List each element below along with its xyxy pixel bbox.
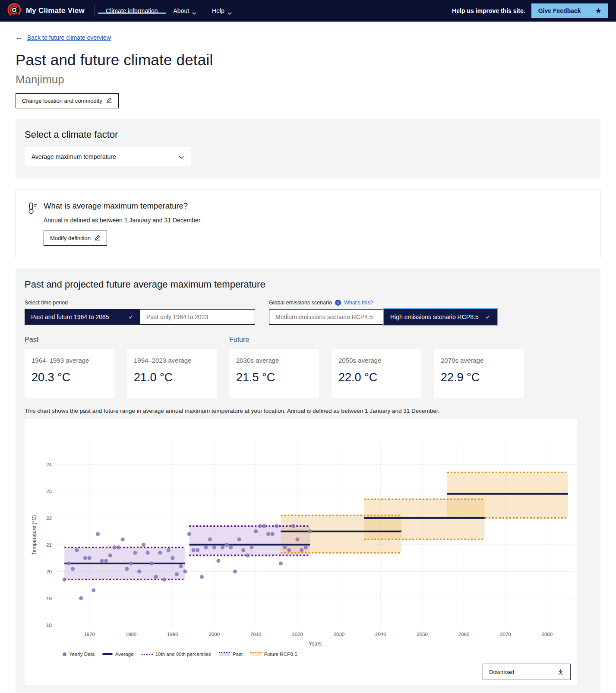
- scatter-dot-icon: [63, 652, 66, 656]
- future-group-label: Future: [229, 336, 249, 344]
- stat-value: 20.3 °C: [32, 371, 107, 384]
- legend-future-rcp85[interactable]: Future RCP8.5: [250, 652, 297, 657]
- svg-text:2010: 2010: [250, 632, 262, 637]
- stat-value: 21.5 °C: [236, 371, 312, 384]
- emissions-group: Global emissions scenario i What's this?…: [269, 300, 497, 325]
- whats-this-link[interactable]: What's this?: [344, 300, 373, 306]
- modify-definition-button[interactable]: Modify definition: [44, 231, 107, 246]
- svg-text:2070: 2070: [500, 632, 511, 637]
- legend-label: Past: [233, 652, 243, 657]
- stat-label: 2050s average: [338, 357, 414, 364]
- svg-text:1970: 1970: [84, 632, 95, 637]
- checkmark-icon: ✓: [486, 314, 490, 320]
- nav-item-help[interactable]: Help: [204, 7, 240, 14]
- app-logo-icon: [7, 3, 22, 19]
- chart-legend: Yearly Data Average 10th and 90th percen…: [63, 652, 577, 657]
- svg-text:22: 22: [46, 516, 52, 521]
- stat-group-labels: Past Future: [25, 336, 591, 345]
- thermometer-icon: [26, 201, 38, 246]
- emissions-option-high-rcp85[interactable]: High emissions scenario RCP8.5 ✓: [384, 309, 497, 325]
- option-label: Past only 1964 to 2023: [146, 313, 208, 320]
- feedback-label: Give Feedback: [538, 7, 581, 14]
- checkmark-icon: ✓: [129, 314, 133, 320]
- page: ← Back to future climate overview Past a…: [0, 34, 616, 693]
- back-link[interactable]: Back to future climate overview: [27, 34, 111, 41]
- top-nav: My Climate View Climate information Abou…: [0, 0, 616, 22]
- time-period-option-past-only[interactable]: Past only 1964 to 2023: [140, 309, 255, 325]
- nav-item-climate-information[interactable]: Climate information: [98, 7, 166, 14]
- stat-card-1964-1993: 1964–1993 average 20.3 °C: [25, 349, 114, 398]
- stat-cards: 1964–1993 average 20.3 °C 1994–2023 aver…: [25, 349, 591, 398]
- time-period-label: Select time period: [25, 300, 255, 306]
- location-name: Manjimup: [16, 73, 600, 86]
- svg-text:24: 24: [46, 462, 52, 467]
- legend-average[interactable]: Average: [102, 652, 134, 657]
- nav-item-label: Help: [212, 7, 224, 14]
- give-feedback-button[interactable]: Give Feedback ★: [531, 3, 608, 18]
- time-period-option-past-and-future[interactable]: Past and future 1964 to 2085 ✓: [25, 309, 140, 325]
- stat-label: 2030s average: [236, 357, 312, 364]
- emissions-option-medium-rcp45[interactable]: Medium emissions scenario RCP4.5: [269, 309, 384, 325]
- svg-text:21: 21: [46, 542, 52, 547]
- edit-pencil-icon: [106, 97, 112, 104]
- factor-heading: Select a climate factor: [25, 129, 591, 140]
- stat-label: 1964–1993 average: [32, 357, 107, 364]
- nav-item-about[interactable]: About: [166, 7, 205, 14]
- download-icon: [557, 668, 564, 676]
- download-button[interactable]: Download: [483, 664, 571, 680]
- climate-factor-section: Select a climate factor Average maximum …: [16, 119, 600, 178]
- stat-value: 22.0 °C: [338, 371, 414, 384]
- option-label: High emissions scenario RCP8.5: [390, 313, 479, 320]
- svg-text:2020: 2020: [292, 632, 303, 637]
- option-label: Medium emissions scenario RCP4.5: [275, 313, 373, 320]
- page-title: Past and future climate detail: [16, 51, 600, 69]
- info-icon[interactable]: i: [335, 300, 341, 306]
- chart-caption: This chart shows the past and future ran…: [25, 408, 591, 414]
- stat-value: 21.0 °C: [134, 371, 210, 384]
- emissions-label: Global emissions scenario: [269, 300, 332, 306]
- breadcrumb: ← Back to future climate overview: [16, 34, 600, 41]
- svg-text:20: 20: [46, 569, 52, 574]
- time-period-toggle: Past and future 1964 to 2085 ✓ Past only…: [25, 309, 255, 325]
- chevron-down-icon: [192, 9, 196, 13]
- climate-chart[interactable]: 1819202122232419701980199020002010202020…: [25, 420, 577, 649]
- svg-text:2030: 2030: [334, 632, 345, 637]
- legend-percentiles[interactable]: 10th and 90th percentiles: [142, 652, 211, 657]
- definition-panel: What is average maximum temperature? Ann…: [16, 190, 600, 258]
- svg-text:2040: 2040: [375, 632, 386, 637]
- definition-body: Annual is defined as between 1 January a…: [44, 217, 202, 224]
- brand[interactable]: My Climate View: [7, 3, 94, 19]
- legend-past[interactable]: Past: [219, 652, 243, 657]
- main-nav: Climate information About Help: [98, 7, 240, 14]
- time-period-group: Select time period Past and future 1964 …: [25, 300, 255, 325]
- emissions-toggle: Medium emissions scenario RCP4.5 High em…: [269, 309, 497, 325]
- stat-value: 22.9 °C: [441, 371, 517, 384]
- legend-yearly-data[interactable]: Yearly Data: [63, 652, 95, 657]
- download-label: Download: [489, 669, 514, 675]
- past-group-label: Past: [25, 336, 38, 343]
- help-improve-text: Help us improve this site.: [452, 7, 525, 14]
- stat-card-2030s: 2030s average 21.5 °C: [229, 349, 319, 398]
- svg-text:19: 19: [46, 596, 52, 601]
- chevron-down-icon: [227, 9, 232, 13]
- stat-card-1994-2023: 1994–2023 average 21.0 °C: [127, 349, 217, 398]
- definition-heading: What is average maximum temperature?: [44, 201, 202, 211]
- star-icon: ★: [596, 7, 601, 15]
- svg-text:2060: 2060: [458, 632, 470, 637]
- stat-card-2050s: 2050s average 22.0 °C: [332, 349, 421, 398]
- past-band-icon: [219, 652, 230, 656]
- section-heading: Past and projected future average maximu…: [25, 279, 591, 290]
- stat-label: 1994–2023 average: [134, 357, 210, 364]
- change-location-button[interactable]: Change location and commodity: [16, 93, 119, 108]
- dotted-line-icon: [142, 654, 153, 655]
- legend-label: 10th and 90th percentiles: [155, 652, 211, 657]
- climate-factor-select[interactable]: Average maximum temperature: [25, 147, 191, 166]
- svg-text:23: 23: [46, 489, 52, 494]
- average-line-icon: [102, 653, 113, 655]
- brand-name: My Climate View: [26, 6, 85, 15]
- chart-panel: 1819202122232419701980199020002010202020…: [25, 419, 577, 685]
- svg-text:Years: Years: [309, 641, 322, 647]
- svg-text:Temperature (°C): Temperature (°C): [31, 515, 37, 555]
- stat-card-2070s: 2070s average 22.9 °C: [434, 349, 524, 398]
- legend-label: Average: [115, 652, 134, 657]
